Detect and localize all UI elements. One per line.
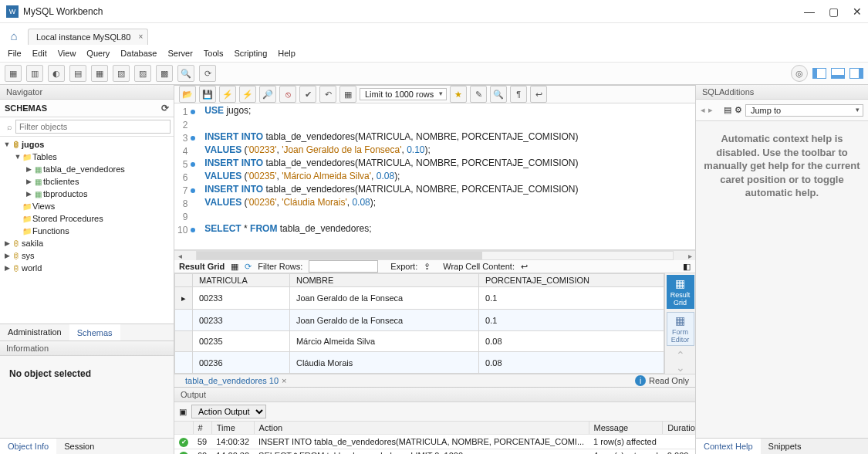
wrap-icon[interactable]: ↩ [521, 262, 528, 272]
obj-tab[interactable]: Object Info [0, 439, 56, 454]
menu-query[interactable]: Query [86, 49, 110, 58]
refresh-icon[interactable]: ⟳ [161, 103, 169, 114]
find-button[interactable]: 🔍 [490, 86, 507, 103]
window-close-button[interactable]: ✕ [853, 5, 862, 18]
new-view-button[interactable]: ▧ [113, 65, 130, 82]
connection-tab-label: Local instance MySQL80 [36, 32, 130, 42]
new-table-button[interactable]: ▦ [91, 65, 108, 82]
clean-button[interactable]: ✎ [470, 86, 487, 103]
new-procedure-button[interactable]: ▨ [134, 65, 151, 82]
result-tabstrip: tabla_de_vendedores 10× i Read Only [174, 374, 695, 387]
sa-tab[interactable]: Snippets [761, 439, 809, 454]
explain-button[interactable]: 🔎 [259, 86, 276, 103]
tree-item[interactable]: ▶🛢world [0, 262, 174, 274]
fullscreen-icon[interactable]: ◧ [683, 262, 691, 272]
scroll-left-icon[interactable]: ◂ [174, 252, 185, 260]
connection-tab[interactable]: Local instance MySQL80 × [28, 29, 148, 45]
jump-to-select[interactable]: Jump to [745, 104, 863, 117]
save-file-button[interactable]: 💾 [199, 86, 216, 103]
close-icon[interactable]: × [282, 376, 286, 385]
nav-tab-schemas[interactable]: Schemas [69, 324, 120, 340]
tree-item[interactable]: ▶🛢sys [0, 249, 174, 262]
editor-scrollbar[interactable]: ◂ ▸ [174, 250, 695, 260]
layout-right-button[interactable] [849, 68, 863, 79]
menu-scripting[interactable]: Scripting [235, 49, 268, 58]
context-help-text: Automatic context help is disabled. Use … [696, 121, 868, 438]
result-grid[interactable]: MATRICULANOMBREPORCENTAJE_COMISION▸00233… [174, 273, 664, 374]
wrap-button[interactable]: ↩ [530, 86, 547, 103]
reconnect-button[interactable]: ⟳ [199, 65, 216, 82]
tree-item[interactable]: 📁Stored Procedures [0, 212, 174, 225]
result-grid-label: Result Grid [179, 262, 225, 271]
menu-edit[interactable]: Edit [32, 49, 47, 58]
execute-current-button[interactable]: ⚡ [239, 86, 256, 103]
menu-bar: FileEditViewQueryDatabaseServerToolsScri… [0, 45, 868, 62]
scroll-right-icon[interactable]: ▸ [684, 252, 695, 260]
rollback-button[interactable]: ↶ [319, 86, 336, 103]
menu-database[interactable]: Database [120, 49, 157, 58]
side-tab[interactable]: ▦ResultGrid [667, 275, 694, 309]
sql-editor[interactable]: 12345678910 USE jugos; INSERT INTO tabla… [174, 103, 695, 250]
open-sql-button[interactable]: ▥ [26, 65, 43, 82]
app-title: MySQL Workbench [23, 6, 103, 17]
beautify-button[interactable]: ★ [450, 86, 467, 103]
open-file-button[interactable]: 📂 [179, 86, 196, 103]
obj-tab[interactable]: Session [56, 439, 102, 454]
new-sql-tab-button[interactable]: ▦ [5, 65, 22, 82]
export-icon[interactable]: ⇪ [424, 262, 431, 272]
window-maximize-button[interactable]: ▢ [829, 5, 839, 18]
output-grid[interactable]: #TimeActionMessageDuration / Fetch✔5914:… [174, 422, 763, 454]
title-bar: W MySQL Workbench ― ▢ ✕ [0, 0, 868, 23]
tree-item[interactable]: ▶▦tbclientes [0, 175, 174, 188]
back-icon[interactable]: ◂ [701, 105, 705, 115]
main-toolbar: ▦ ▥ ◐ ▤ ▦ ▧ ▨ ▩ 🔍 ⟳ ◎ [0, 62, 868, 85]
tree-item[interactable]: ▼📁Tables [0, 151, 174, 163]
autocommit-button[interactable]: ▦ [339, 86, 356, 103]
stop-button[interactable]: ⦸ [279, 86, 296, 103]
menu-server[interactable]: Server [167, 49, 192, 58]
help-icon[interactable]: ▤ [724, 105, 731, 115]
commit-button[interactable]: ✔ [299, 86, 316, 103]
navigator-title: Navigator [0, 85, 174, 100]
tree-item[interactable]: ▼🛢jugos [0, 138, 174, 151]
search-icon: ⌕ [3, 122, 15, 131]
new-schema-button[interactable]: ▤ [69, 65, 86, 82]
new-function-button[interactable]: ▩ [156, 65, 173, 82]
layout-bottom-button[interactable] [831, 68, 845, 79]
sql-additions-panel: SQLAdditions ◂ ▸ ▤ ⚙ Jump to Automatic c… [695, 85, 868, 454]
filter-objects-input[interactable] [15, 120, 171, 134]
inspector-button[interactable]: ◐ [48, 65, 65, 82]
filter-rows-input[interactable] [309, 260, 378, 273]
menu-help[interactable]: Help [278, 49, 296, 58]
settings-icon[interactable]: ◎ [791, 65, 808, 82]
export-label: Export: [390, 262, 417, 271]
tree-item[interactable]: ▶▦tbproductos [0, 188, 174, 200]
refresh-icon[interactable]: ⟳ [245, 262, 252, 272]
window-minimize-button[interactable]: ― [804, 5, 815, 18]
execute-button[interactable]: ⚡ [219, 86, 236, 103]
invisible-chars-button[interactable]: ¶ [510, 86, 527, 103]
menu-view[interactable]: View [58, 49, 76, 58]
result-tab[interactable]: tabla_de_vendedores 10× [181, 374, 292, 387]
home-icon[interactable]: ⌂ [5, 26, 23, 45]
nav-tab-administration[interactable]: Administration [0, 324, 69, 340]
tree-item[interactable]: ▶🛢sakila [0, 237, 174, 249]
sa-tab[interactable]: Context Help [696, 439, 761, 454]
close-icon[interactable]: × [138, 32, 143, 41]
limit-rows-select[interactable]: Limit to 1000 rows [360, 88, 447, 100]
output-copy-icon[interactable]: ▣ [179, 407, 187, 417]
side-tab[interactable]: ▦FormEditor [667, 312, 694, 346]
schema-tree[interactable]: ▼🛢jugos▼📁Tables▶▦tabla_de_vendedores▶▦tb… [0, 137, 174, 324]
tree-item[interactable]: 📁Views [0, 200, 174, 212]
search-button[interactable]: 🔍 [177, 65, 194, 82]
output-mode-select[interactable]: Action Output [191, 405, 266, 418]
layout-left-button[interactable] [812, 68, 826, 79]
forward-icon[interactable]: ▸ [708, 105, 713, 115]
menu-tools[interactable]: Tools [204, 49, 224, 58]
menu-file[interactable]: File [8, 49, 22, 58]
grid-icon[interactable]: ▦ [231, 262, 238, 272]
tree-item[interactable]: ▶▦tabla_de_vendedores [0, 163, 174, 175]
object-info-tabs: Object InfoSession [0, 438, 174, 454]
tree-item[interactable]: 📁Functions [0, 225, 174, 237]
auto-help-icon[interactable]: ⚙ [735, 105, 742, 115]
